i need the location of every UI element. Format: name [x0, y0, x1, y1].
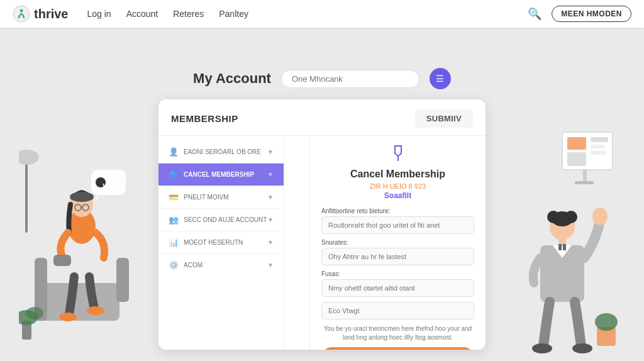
content-header: My Account ☰ [138, 68, 506, 89]
form-field-2: Snurates: [321, 239, 474, 265]
form-input-1[interactable] [321, 216, 474, 234]
svg-rect-24 [567, 137, 586, 150]
svg-point-14 [59, 313, 77, 321]
brand-name: thrive [34, 7, 68, 21]
search-bar[interactable] [281, 70, 419, 88]
svg-rect-13 [53, 255, 71, 266]
svg-rect-38 [563, 244, 566, 250]
svg-rect-25 [591, 137, 608, 142]
form-field-1: Anfittoortine reto bieture: [321, 208, 474, 234]
svg-rect-37 [558, 244, 562, 250]
svg-rect-6 [116, 258, 129, 302]
svg-point-15 [87, 306, 104, 315]
form-label-1: Anfittoortine reto bieture: [321, 208, 474, 214]
card-header: MEMBERSHIP SUBMIIV [158, 99, 486, 136]
nav-reteres[interactable]: Reteres [173, 9, 204, 19]
decorative-figure-left [19, 107, 145, 361]
form-input-4[interactable] [321, 302, 474, 319]
modal-subtitle-purple: Soaafilt [321, 191, 474, 200]
form-input-2[interactable] [321, 248, 474, 265]
pin-icon [389, 145, 408, 161]
nav-panltey[interactable]: Panltey [219, 9, 248, 19]
svg-point-35 [552, 211, 573, 226]
svg-point-18 [26, 307, 43, 319]
search-icon[interactable]: 🔍 [528, 7, 541, 21]
form-label-2: Snurates: [321, 239, 474, 246]
modal-title: Cancel Membership [321, 169, 474, 180]
membership-card: MEMBERSHIP SUBMIIV 👤 EAONI SEROARL OB OR… [158, 99, 486, 350]
form-field-3: Fusas: [321, 270, 474, 297]
cancel-membership-modal: Cancel Membership ZIR H UEIO 8 923 Soaaf… [309, 136, 486, 350]
svg-rect-26 [591, 145, 604, 148]
form-field-4 [321, 302, 474, 319]
nav-account[interactable]: Account [126, 9, 158, 19]
logo[interactable]: thrive [13, 5, 68, 23]
search-input[interactable] [292, 74, 409, 84]
navbar: thrive Log in Account Reteres Panltey 🔍 … [0, 0, 644, 28]
member-button[interactable]: MEEN HMODEN [552, 6, 631, 22]
nav-links: Log in Account Reteres Panltey [87, 9, 528, 19]
submit-button[interactable]: SUBMIIV [415, 109, 473, 128]
svg-rect-4 [38, 283, 119, 321]
form-input-3[interactable] [321, 279, 474, 297]
svg-point-1 [20, 9, 23, 13]
svg-point-39 [592, 208, 608, 225]
svg-rect-27 [591, 151, 606, 155]
svg-point-9 [70, 192, 94, 202]
modal-subtitle-orange: ZIR H UEIO 8 923 [321, 182, 474, 190]
modal-overlay: Cancel Membership ZIR H UEIO 8 923 Soaaf… [158, 136, 486, 350]
filter-button[interactable]: ☰ [430, 68, 451, 89]
svg-point-43 [595, 313, 618, 331]
card-body: 👤 EAONI SEROARL OB ORE ▼ 🔷 CANCEL MEMBER… [158, 136, 486, 350]
svg-rect-30 [575, 181, 594, 184]
modal-note: You be yo uracl tneoncmen here thefnd ho… [321, 325, 474, 342]
svg-point-41 [572, 343, 592, 353]
logo-icon [13, 5, 30, 23]
svg-rect-29 [583, 170, 587, 182]
page-background: My Account ☰ MEMBERSHIP SUBMIIV 👤 [0, 28, 644, 361]
svg-point-40 [532, 343, 552, 353]
form-label-3: Fusas: [321, 270, 474, 277]
content-area: My Account ☰ MEMBERSHIP SUBMIIV 👤 [138, 55, 506, 361]
svg-point-3 [19, 150, 39, 165]
page-title: My Account [193, 70, 271, 87]
nav-right: 🔍 MEEN HMODEN [528, 6, 631, 22]
nav-login[interactable]: Log in [87, 9, 111, 19]
svg-rect-2 [25, 157, 28, 233]
decorative-figure-right [499, 107, 625, 361]
membership-section-title: MEMBERSHIP [171, 113, 238, 124]
confirm-cancel-button[interactable]: Caeltiuc sonrfore [321, 347, 474, 350]
svg-rect-28 [567, 152, 586, 166]
